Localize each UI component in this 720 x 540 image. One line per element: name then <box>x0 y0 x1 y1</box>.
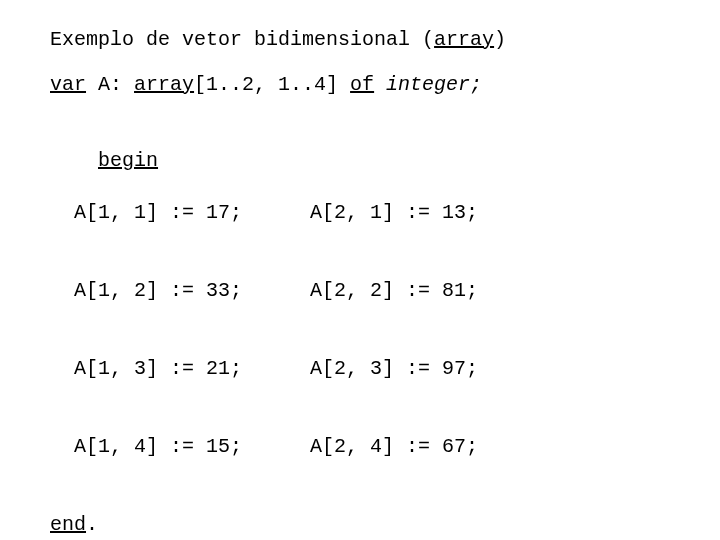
title-underlined: array <box>434 28 494 51</box>
title-plain: Exemplo de vetor bidimensional ( <box>50 28 434 51</box>
code-row: A[1, 3] := 21;A[2, 3] := 97; <box>50 356 720 382</box>
code-left: A[1, 1] := 17; <box>50 200 310 226</box>
end-kw: end <box>50 513 86 536</box>
code-right: A[2, 2] := 81; <box>310 278 478 304</box>
code-right: A[2, 3] := 97; <box>310 356 478 382</box>
end-period: . <box>86 513 98 536</box>
title: Exemplo de vetor bidimensional (array) <box>50 28 720 51</box>
code-block: begin A[1, 1] := 17;A[2, 1] := 13; A[1, … <box>50 122 720 540</box>
decl-bounds: [1..2, 1..4] <box>194 73 350 96</box>
declaration-line: var A: array[1..2, 1..4] of integer; <box>50 73 720 96</box>
title-tail: ) <box>494 28 506 51</box>
code-right: A[2, 4] := 67; <box>310 434 478 460</box>
code-row: A[1, 1] := 17;A[2, 1] := 13; <box>50 200 720 226</box>
decl-array: array <box>134 73 194 96</box>
code-row: A[1, 2] := 33;A[2, 2] := 81; <box>50 278 720 304</box>
decl-after-var: A: <box>86 73 134 96</box>
decl-var: var <box>50 73 86 96</box>
begin-kw: begin <box>98 149 158 172</box>
code-left: A[1, 2] := 33; <box>50 278 310 304</box>
decl-type: integer; <box>374 73 482 96</box>
code-row: A[1, 4] := 15;A[2, 4] := 67; <box>50 434 720 460</box>
code-left: A[1, 3] := 21; <box>50 356 310 382</box>
code-right: A[2, 1] := 13; <box>310 200 478 226</box>
end-line: end. <box>50 512 720 538</box>
decl-of: of <box>350 73 374 96</box>
code-left: A[1, 4] := 15; <box>50 434 310 460</box>
